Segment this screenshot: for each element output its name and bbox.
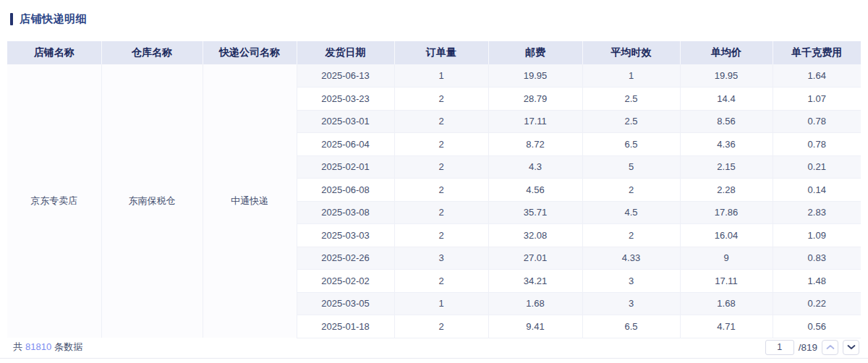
column-header: 快递公司名称 bbox=[203, 41, 297, 64]
table-cell: 1.09 bbox=[773, 224, 861, 247]
table-cell: 35.71 bbox=[488, 201, 582, 224]
table-cell: 0.21 bbox=[773, 155, 861, 179]
table-cell: 1 bbox=[394, 292, 488, 315]
table-cell: 1 bbox=[394, 64, 488, 87]
express-detail-table: 店铺名称仓库名称快递公司名称发货日期订单量邮费平均时效单均价单千克费用 京东专卖… bbox=[7, 41, 861, 338]
table-cell: 4.56 bbox=[488, 179, 582, 202]
table-cell: 0.78 bbox=[773, 133, 861, 156]
table-cell: 2.5 bbox=[582, 87, 680, 111]
table-cell: 1.68 bbox=[680, 292, 773, 315]
total-records: 共81810条数据 bbox=[7, 341, 82, 354]
table-cell: 2 bbox=[394, 155, 488, 179]
table-cell: 2025-02-02 bbox=[297, 270, 394, 293]
column-header: 店铺名称 bbox=[7, 41, 101, 64]
table-cell: 14.4 bbox=[680, 87, 773, 111]
pagination: /819 bbox=[765, 340, 861, 355]
courier-name-cell: 中通快递 bbox=[203, 64, 297, 338]
table-cell: 4.33 bbox=[582, 247, 680, 270]
table-cell: 2025-03-23 bbox=[297, 87, 394, 111]
table-cell: 2 bbox=[394, 315, 488, 338]
column-header: 订单量 bbox=[394, 41, 488, 64]
table-cell: 19.95 bbox=[488, 64, 582, 87]
table-cell: 2.15 bbox=[680, 155, 773, 179]
table-cell: 17.11 bbox=[680, 270, 773, 293]
table-cell: 17.11 bbox=[488, 110, 582, 133]
table-header: 店铺名称仓库名称快递公司名称发货日期订单量邮费平均时效单均价单千克费用 bbox=[7, 41, 861, 64]
warehouse-name-cell: 东南保税仓 bbox=[101, 64, 203, 338]
table-cell: 1.64 bbox=[773, 64, 861, 87]
table-cell: 2.5 bbox=[582, 110, 680, 133]
table-cell: 0.22 bbox=[773, 292, 861, 315]
table-cell: 2 bbox=[394, 201, 488, 224]
table-cell: 2025-06-04 bbox=[297, 133, 394, 156]
table-footer: 共81810条数据 /819 bbox=[7, 337, 861, 357]
table-cell: 1.48 bbox=[773, 270, 861, 293]
table-cell: 2025-03-05 bbox=[297, 292, 394, 315]
table-cell: 1.07 bbox=[773, 87, 861, 111]
section-title: 店铺快递明细 bbox=[10, 12, 87, 26]
table-cell: 2 bbox=[394, 270, 488, 293]
table-cell: 28.79 bbox=[488, 87, 582, 111]
table-cell: 2025-03-08 bbox=[297, 201, 394, 224]
page-up-button[interactable] bbox=[822, 340, 838, 355]
table-cell: 2.28 bbox=[680, 179, 773, 202]
table-cell: 8.56 bbox=[680, 110, 773, 133]
table-cell: 2 bbox=[394, 133, 488, 156]
table-cell: 19.95 bbox=[680, 64, 773, 87]
page-down-button[interactable] bbox=[843, 340, 859, 355]
column-header: 发货日期 bbox=[297, 41, 394, 64]
table-cell: 2.83 bbox=[773, 201, 861, 224]
page-title: 店铺快递明细 bbox=[20, 12, 87, 26]
table-cell: 5 bbox=[582, 155, 680, 179]
table-cell: 2025-02-26 bbox=[297, 247, 394, 270]
table-cell: 3 bbox=[394, 247, 488, 270]
table-cell: 17.86 bbox=[680, 201, 773, 224]
column-header: 单千克费用 bbox=[773, 41, 861, 64]
table-cell: 2025-01-18 bbox=[297, 315, 394, 338]
table-cell: 9 bbox=[680, 247, 773, 270]
column-header: 单均价 bbox=[680, 41, 773, 64]
table-cell: 2 bbox=[394, 224, 488, 247]
total-prefix-label: 共 bbox=[13, 341, 22, 352]
total-pages-label: /819 bbox=[799, 342, 817, 353]
table-cell: 0.78 bbox=[773, 110, 861, 133]
table-cell: 1 bbox=[582, 64, 680, 87]
chevron-down-icon bbox=[847, 344, 856, 350]
column-header: 平均时效 bbox=[582, 41, 680, 64]
table-body: 京东专卖店东南保税仓中通快递2025-06-13119.95119.951.64… bbox=[7, 64, 861, 338]
table-cell: 2025-03-01 bbox=[297, 110, 394, 133]
table-cell: 4.36 bbox=[680, 133, 773, 156]
chevron-up-icon bbox=[826, 344, 835, 350]
total-suffix-label: 条数据 bbox=[54, 341, 82, 352]
title-accent-bar bbox=[10, 13, 13, 25]
table-cell: 8.72 bbox=[488, 133, 582, 156]
table-cell: 0.56 bbox=[773, 315, 861, 338]
table-cell: 4.5 bbox=[582, 201, 680, 224]
table-cell: 6.5 bbox=[582, 133, 680, 156]
table-cell: 0.83 bbox=[773, 247, 861, 270]
column-header: 仓库名称 bbox=[101, 41, 203, 64]
table-header-row: 店铺名称仓库名称快递公司名称发货日期订单量邮费平均时效单均价单千克费用 bbox=[7, 41, 861, 64]
table-cell: 4.71 bbox=[680, 315, 773, 338]
column-header: 邮费 bbox=[488, 41, 582, 64]
table-cell: 2025-06-08 bbox=[297, 179, 394, 202]
page-number-input[interactable] bbox=[765, 340, 794, 355]
table-cell: 4.3 bbox=[488, 155, 582, 179]
table-cell: 32.08 bbox=[488, 224, 582, 247]
table-cell: 3 bbox=[582, 270, 680, 293]
table-cell: 9.41 bbox=[488, 315, 582, 338]
table-cell: 2 bbox=[394, 110, 488, 133]
table-cell: 0.14 bbox=[773, 179, 861, 202]
shop-name-cell: 京东专卖店 bbox=[7, 64, 101, 338]
table-cell: 2 bbox=[394, 87, 488, 111]
table-cell: 2 bbox=[582, 224, 680, 247]
table-cell: 2 bbox=[394, 179, 488, 202]
table-cell: 2 bbox=[582, 179, 680, 202]
bottom-divider bbox=[0, 358, 868, 359]
table-cell: 2025-06-13 bbox=[297, 64, 394, 87]
table-cell: 16.04 bbox=[680, 224, 773, 247]
table-cell: 3 bbox=[582, 292, 680, 315]
table-cell: 6.5 bbox=[582, 315, 680, 338]
table-cell: 34.21 bbox=[488, 270, 582, 293]
table-row: 京东专卖店东南保税仓中通快递2025-06-13119.95119.951.64 bbox=[7, 64, 861, 87]
